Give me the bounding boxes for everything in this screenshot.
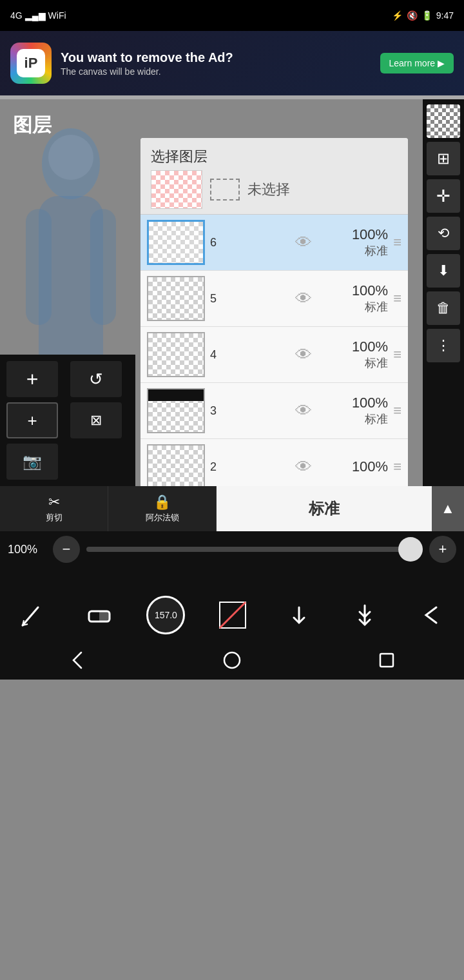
add-group-button[interactable]: + [6,402,58,438]
layer-3-visibility-icon[interactable]: 👁 [295,401,312,421]
status-left: 4G ▂▄▆ WiFi [10,10,66,21]
bottom-left-toolbar: + ↺ + ⊠ 📷 [0,355,135,486]
opacity-row: 100% − + [0,531,464,567]
checkerboard-tool-button[interactable] [427,104,460,138]
opacity-percentage: 100% [8,543,46,556]
signal2-icon: ▂▄▆ [25,10,46,21]
ad-text-block: You want to remove the Ad? The canvas wi… [61,50,371,77]
system-back-button[interactable] [58,644,97,676]
layer-5-number: 5 [210,292,290,306]
merge-layers-button[interactable]: ⊠ [70,402,122,438]
move-tool-button[interactable]: ✛ [427,179,460,213]
layer-empty-selection[interactable] [210,179,240,201]
opacity-plus-button[interactable]: + [429,536,456,563]
opacity-thumb[interactable] [398,537,423,562]
rotation-indicator: 157.0 [142,592,189,638]
layer-4-visibility-icon[interactable]: 👁 [295,345,312,365]
layer-2-right: 100% [317,458,388,475]
layer-3-right: 100% 标准 [317,395,388,427]
svg-rect-3 [90,209,116,325]
opacity-minus-button[interactable]: − [53,536,80,563]
ad-subtitle: The canvas will be wider. [61,66,371,77]
bottom-mode-bar: ✂ 剪切 🔒 阿尔法锁 标准 ▲ 100% − + [0,486,464,589]
bluetooth-icon: ⚡ [392,10,403,21]
system-home-button[interactable] [213,644,251,676]
layer-5-thumbnail [147,276,205,321]
layer-5-opacity: 100% [352,282,388,299]
status-right: ⚡ 🔇 🔋 9:47 [392,10,454,21]
layer-3-number: 3 [210,404,290,418]
svg-line-15 [23,607,38,625]
delete-tool-button[interactable]: 🗑 [427,291,460,325]
rotation-value: 157.0 [155,610,177,620]
opacity-track[interactable] [86,547,423,552]
svg-point-6 [48,135,93,180]
camera-button[interactable]: 📷 [6,444,58,480]
add-layer-button[interactable]: + [6,361,58,397]
cut-mode-button[interactable]: ✂ 剪切 [0,486,108,531]
layer-4-number: 4 [210,348,290,362]
layer-2-thumbnail [147,444,205,489]
layer-header-thumbnail [151,170,202,209]
layers-panel: 选择图层 未选择 6 👁 100% 标准 ≡ 5 [140,138,408,495]
layers-panel-title: 图层 [13,112,52,139]
more-tool-button[interactable]: ⋮ [427,329,460,362]
battery-icon: 🔋 [421,10,432,21]
layer-2-menu-icon[interactable]: ≡ [393,458,401,475]
right-toolbar: ⊞ ✛ ⟲ ⬇ 🗑 ⋮ [423,99,464,538]
eraser-tool-button[interactable] [77,593,122,638]
ad-title: You want to remove the Ad? [61,50,371,65]
layer-5-right: 100% 标准 [317,282,388,315]
layer-4-menu-icon[interactable]: ≡ [393,346,401,363]
layer-row-5[interactable]: 5 👁 100% 标准 ≡ [140,271,408,327]
learn-more-button[interactable]: Learn more ▶ [380,53,454,74]
blend-mode-value: 标准 [309,498,340,519]
alpha-lock-label: 阿尔法锁 [146,512,179,524]
scroll-down-button[interactable] [276,593,322,638]
layer-row-6[interactable]: 6 👁 100% 标准 ≡ [140,215,408,271]
system-recent-button[interactable] [367,644,406,676]
layer-row-4[interactable]: 4 👁 100% 标准 ≡ [140,327,408,383]
ad-icon-inner: iP [17,49,45,77]
layer-row-3[interactable]: 3 👁 100% 标准 ≡ [140,383,408,439]
layer-6-visibility-icon[interactable]: 👁 [295,233,312,253]
blend-mode-select[interactable]: 标准 [217,486,432,531]
layer-6-menu-icon[interactable]: ≡ [393,234,401,251]
wifi-icon: WiFi [48,10,66,21]
scroll-down2-button[interactable] [342,593,387,638]
layer-5-visibility-icon[interactable]: 👁 [295,289,312,309]
layer-4-right: 100% 标准 [317,338,388,371]
layer-3-thumbnail [147,388,205,433]
layer-4-blend: 标准 [365,355,388,371]
ad-app-icon: iP [10,43,52,84]
flip-layer-button[interactable]: ↺ [70,361,122,397]
svg-rect-23 [380,654,393,667]
layer-3-info: 3 [210,404,290,418]
layer-settings-tool-button[interactable]: ⊞ [427,142,460,175]
blend-mode-arrow[interactable]: ▲ [432,486,464,531]
layer-3-blend: 标准 [365,411,388,427]
layer-6-opacity: 100% [352,226,388,243]
layer-5-menu-icon[interactable]: ≡ [393,290,401,307]
layer-4-info: 4 [210,348,290,362]
layer-2-info: 2 [210,460,290,474]
mode-row: ✂ 剪切 🔒 阿尔法锁 标准 ▲ [0,486,464,531]
cut-label: 剪切 [46,512,63,524]
layer-2-visibility-icon[interactable]: 👁 [295,457,312,477]
layer-6-right: 100% 标准 [317,226,388,259]
back-button[interactable] [409,593,454,638]
layer-4-thumbnail [147,332,205,377]
layer-header: 选择图层 未选择 [140,138,408,215]
svg-rect-2 [26,209,52,325]
mute-icon: 🔇 [407,10,418,21]
time-display: 9:47 [436,10,454,21]
svg-point-22 [224,652,240,668]
color-picker-button[interactable] [210,593,255,638]
download-tool-button[interactable]: ⬇ [427,254,460,288]
brush-tool-button[interactable] [10,593,55,638]
alpha-lock-button[interactable]: 🔒 阿尔法锁 [108,486,217,531]
flip-tool-button[interactable]: ⟲ [427,217,460,250]
layer-3-menu-icon[interactable]: ≡ [393,402,401,419]
system-nav-bar [0,641,464,680]
layer-6-number: 6 [210,236,290,250]
